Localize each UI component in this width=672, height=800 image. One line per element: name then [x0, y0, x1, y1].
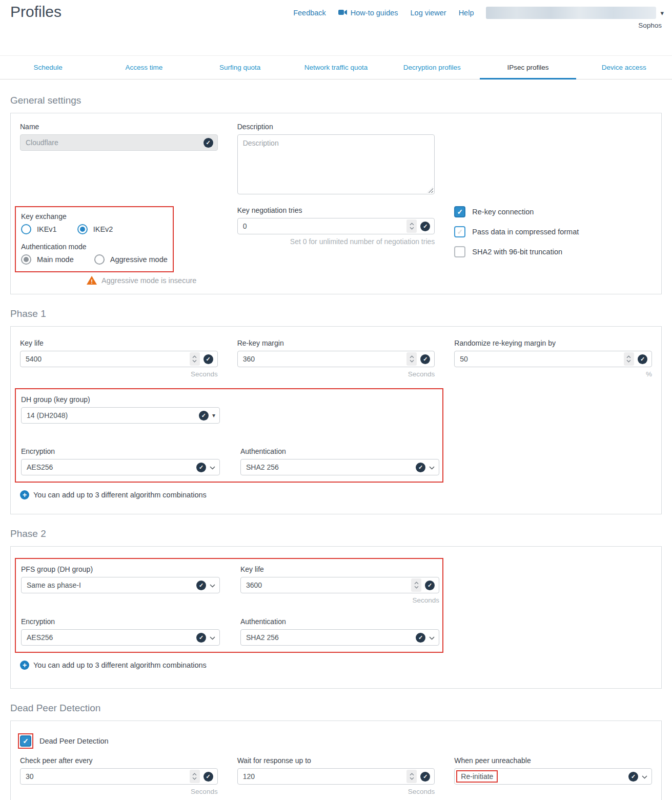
check-peer-field[interactable]: ✓ — [20, 768, 218, 785]
phase2-key-life-label: Key life — [240, 565, 439, 573]
phase2-heading: Phase 2 — [10, 528, 662, 539]
key-negotiation-field[interactable]: ✓ — [237, 218, 435, 234]
radio-ikev2[interactable] — [77, 224, 88, 234]
valid-check-icon: ✓ — [628, 772, 638, 782]
chevron-down-icon — [210, 633, 215, 642]
dpd-heading: Dead Peer Detection — [10, 703, 662, 714]
phase2-authentication-select[interactable]: SHA2 256 ✓ — [240, 629, 439, 646]
checkbox-dead-peer-detection-label[interactable]: Dead Peer Detection — [39, 737, 109, 745]
checkbox-sha2-truncation[interactable] — [454, 246, 465, 257]
tab-decryption-profiles[interactable]: Decryption profiles — [384, 56, 480, 79]
description-label: Description — [237, 123, 435, 131]
stepper-icon[interactable] — [190, 770, 200, 783]
highlight-box-phase1-algorithms: DH group (key group) 14 (DH2048) ✓ ▾ Enc… — [15, 388, 443, 483]
stepper-icon[interactable] — [406, 770, 417, 783]
rekey-margin-unit: Seconds — [237, 370, 435, 378]
checkbox-rekey-connection[interactable]: ✓ — [454, 206, 465, 217]
radio-ikev1-label[interactable]: IKEv1 — [37, 225, 57, 233]
stepper-icon[interactable] — [406, 219, 417, 233]
check-peer-unit: Seconds — [20, 788, 218, 795]
phase1-panel: Key life ✓ Seconds Re-key margin ✓ — [10, 326, 662, 514]
rekey-margin-field[interactable]: ✓ — [237, 351, 435, 367]
check-peer-label: Check peer after every — [20, 756, 218, 765]
add-combination-icon[interactable]: + — [20, 490, 29, 499]
page-title: Profiles — [10, 3, 62, 21]
check-peer-input[interactable] — [26, 772, 187, 781]
checkbox-compressed-format-label[interactable]: Pass data in compressed format — [472, 228, 579, 236]
tab-access-time[interactable]: Access time — [96, 56, 192, 79]
name-label: Name — [20, 123, 218, 131]
chevron-down-icon — [429, 633, 435, 642]
valid-check-icon: ✓ — [203, 138, 213, 148]
phase1-key-life-input[interactable] — [26, 355, 187, 363]
highlight-box-dpd-checkbox: ✓ — [18, 733, 33, 749]
log-viewer-link[interactable]: Log viewer — [411, 9, 446, 17]
chevron-down-icon — [210, 463, 215, 471]
valid-check-icon: ✓ — [420, 772, 430, 782]
stepper-icon[interactable] — [624, 352, 634, 366]
stepper-icon[interactable] — [190, 352, 200, 366]
checkbox-rekey-connection-label[interactable]: Re-key connection — [472, 208, 534, 216]
help-link[interactable]: Help — [459, 9, 474, 17]
checkbox-compressed-format[interactable]: ✓ — [454, 226, 465, 237]
when-unreachable-select[interactable]: Re-initiate ✓ — [454, 768, 652, 785]
tab-schedule[interactable]: Schedule — [0, 56, 96, 79]
dh-group-select[interactable]: 14 (DH2048) ✓ ▾ — [21, 407, 220, 424]
caret-down-icon: ▾ — [212, 412, 215, 418]
phase1-authentication-label: Authentication — [240, 447, 439, 455]
phase1-authentication-select[interactable]: SHA2 256 ✓ — [240, 459, 439, 475]
warning-icon: ! — [87, 276, 97, 285]
key-negotiation-help: Set 0 for unlimited number of negotiatio… — [237, 237, 435, 246]
dpd-panel: ✓ Dead Peer Detection Check peer after e… — [10, 721, 662, 800]
radio-aggressive-mode-label[interactable]: Aggressive mode — [110, 255, 168, 264]
checkbox-dead-peer-detection[interactable]: ✓ — [20, 735, 31, 747]
radio-ikev2-label[interactable]: IKEv2 — [93, 225, 113, 233]
brand-label: Sophos — [638, 22, 662, 29]
video-camera-icon — [338, 9, 347, 17]
stepper-icon[interactable] — [406, 352, 417, 366]
phase1-encryption-select[interactable]: AES256 ✓ — [21, 459, 220, 475]
phase2-key-life-unit: Seconds — [240, 596, 439, 604]
highlight-box-phase2-algorithms: PFS group (DH group) Same as phase-I ✓ K… — [15, 558, 443, 653]
highlight-box-key-exchange: Key exchange IKEv1 IKEv2 Authentication … — [15, 206, 174, 272]
howto-guides-link[interactable]: How-to guides — [338, 9, 398, 17]
tab-network-traffic-quota[interactable]: Network traffic quota — [288, 56, 384, 79]
phase1-add-note: You can add up to 3 different algorithm … — [33, 491, 207, 499]
wait-response-field[interactable]: ✓ — [237, 768, 435, 785]
feedback-link[interactable]: Feedback — [293, 9, 326, 17]
valid-check-icon: ✓ — [638, 354, 647, 364]
radio-aggressive-mode[interactable] — [94, 254, 105, 265]
tab-surfing-quota[interactable]: Surfing quota — [192, 56, 288, 79]
key-negotiation-label: Key negotiation tries — [237, 206, 435, 214]
tab-ipsec-profiles[interactable]: IPsec profiles — [480, 56, 576, 79]
radio-ikev1[interactable] — [21, 224, 31, 234]
auth-mode-label: Authentication mode — [21, 243, 168, 251]
chevron-down-icon[interactable]: ▾ — [660, 9, 664, 17]
valid-check-icon: ✓ — [203, 354, 213, 364]
wait-response-input[interactable] — [243, 772, 404, 781]
key-negotiation-input[interactable] — [243, 222, 404, 230]
description-input[interactable] — [237, 134, 435, 194]
name-field: ✓ — [20, 134, 218, 151]
radio-main-mode[interactable] — [21, 254, 31, 265]
phase2-key-life-field[interactable]: ✓ — [240, 577, 439, 593]
valid-check-icon: ✓ — [196, 633, 206, 643]
phase1-key-life-field[interactable]: ✓ — [20, 351, 218, 367]
rekey-margin-label: Re-key margin — [237, 339, 435, 347]
phase2-panel: PFS group (DH group) Same as phase-I ✓ K… — [10, 546, 662, 689]
tab-device-access[interactable]: Device access — [576, 56, 672, 79]
phase2-encryption-label: Encryption — [21, 617, 220, 626]
randomize-margin-field[interactable]: ✓ — [454, 351, 652, 367]
checkbox-sha2-truncation-label[interactable]: SHA2 with 96-bit truncation — [472, 248, 562, 256]
phase2-key-life-input[interactable] — [246, 581, 408, 589]
add-combination-icon[interactable]: + — [20, 661, 29, 670]
rekey-margin-input[interactable] — [243, 355, 404, 363]
stepper-icon[interactable] — [411, 578, 421, 592]
valid-check-icon: ✓ — [196, 581, 206, 590]
radio-main-mode-label[interactable]: Main mode — [37, 255, 74, 264]
phase1-heading: Phase 1 — [10, 308, 662, 319]
phase2-encryption-select[interactable]: AES256 ✓ — [21, 629, 220, 646]
pfs-group-select[interactable]: Same as phase-I ✓ — [21, 577, 220, 593]
randomize-margin-input[interactable] — [460, 355, 621, 363]
account-selector[interactable] — [486, 7, 656, 19]
